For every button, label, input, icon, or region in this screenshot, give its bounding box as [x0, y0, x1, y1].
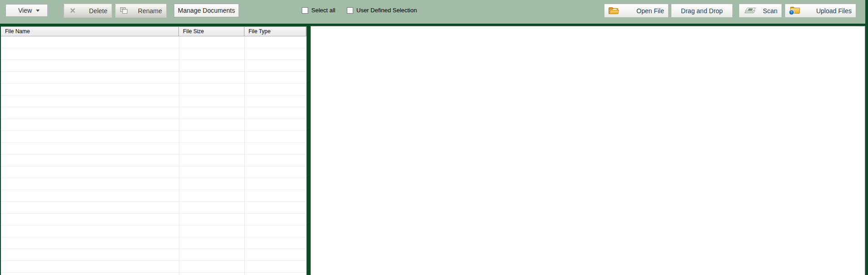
drag-and-drop-label: Drag and Drop	[681, 7, 723, 15]
manage-documents-label: Manage Documents	[178, 7, 235, 14]
table-row[interactable]	[1, 273, 306, 275]
table-row[interactable]	[1, 84, 306, 95]
document-preview-panel	[310, 26, 865, 275]
document-manager-window: View ✕ Delete Rename Manage Documents Se…	[0, 0, 868, 275]
scan-button[interactable]: Scan	[739, 4, 782, 18]
user-defined-selection-group: User Defined Selection	[347, 7, 417, 14]
open-file-label: Open File	[636, 7, 664, 15]
manage-documents-button[interactable]: Manage Documents	[174, 4, 239, 17]
table-row[interactable]	[1, 72, 306, 84]
table-row[interactable]	[1, 178, 306, 190]
column-header-file-size[interactable]: File Size	[179, 27, 244, 36]
view-button[interactable]: View	[5, 4, 48, 17]
table-row[interactable]	[1, 166, 306, 178]
table-row[interactable]	[1, 190, 306, 202]
table-row[interactable]	[1, 95, 306, 107]
chevron-down-icon	[36, 10, 40, 12]
toolbar: View ✕ Delete Rename Manage Documents Se…	[0, 0, 865, 24]
table-row[interactable]	[1, 225, 306, 237]
drag-and-drop-button[interactable]: Drag and Drop	[671, 4, 733, 18]
table-row[interactable]	[1, 48, 306, 60]
column-divider	[244, 36, 245, 275]
column-header-file-type[interactable]: File Type	[244, 27, 306, 36]
scan-label: Scan	[763, 7, 777, 15]
file-list-rows	[1, 36, 306, 275]
upload-folder-icon: ↑	[789, 7, 801, 15]
upload-arrow-icon: ↑	[789, 10, 794, 15]
open-file-button[interactable]: Open File	[604, 4, 669, 18]
table-row[interactable]	[1, 249, 306, 261]
delete-button[interactable]: ✕ Delete	[64, 4, 112, 18]
file-list-header: File Name File Size File Type	[1, 27, 306, 36]
user-defined-selection-label: User Defined Selection	[356, 7, 417, 14]
delete-button-label: Delete	[89, 7, 107, 15]
upload-files-label: Upload Files	[816, 7, 852, 15]
table-row[interactable]	[1, 214, 306, 225]
select-all-group: Select all	[302, 7, 335, 14]
upload-files-button[interactable]: ↑ Upload Files	[785, 4, 856, 18]
delete-x-icon: ✕	[70, 6, 76, 15]
table-row[interactable]	[1, 119, 306, 131]
content-area: File Name File Size File Type	[0, 24, 868, 275]
table-row[interactable]	[1, 60, 306, 72]
rename-button[interactable]: Rename	[115, 4, 167, 18]
scanner-icon	[743, 7, 756, 15]
user-defined-selection-checkbox[interactable]	[347, 7, 353, 14]
rename-icon	[120, 7, 128, 14]
select-all-checkbox[interactable]	[302, 7, 308, 14]
table-row[interactable]	[1, 143, 306, 155]
table-row[interactable]	[1, 202, 306, 214]
table-row[interactable]	[1, 155, 306, 166]
table-row[interactable]	[1, 36, 306, 48]
column-divider	[179, 36, 179, 275]
open-folder-icon	[609, 7, 619, 15]
table-row[interactable]	[1, 261, 306, 273]
table-row[interactable]	[1, 107, 306, 119]
view-button-label: View	[18, 7, 32, 14]
table-row[interactable]	[1, 237, 306, 249]
column-header-file-name[interactable]: File Name	[1, 27, 179, 36]
select-all-label: Select all	[311, 7, 335, 14]
rename-button-label: Rename	[138, 7, 162, 15]
table-row[interactable]	[1, 131, 306, 143]
file-list-panel: File Name File Size File Type	[1, 26, 307, 275]
